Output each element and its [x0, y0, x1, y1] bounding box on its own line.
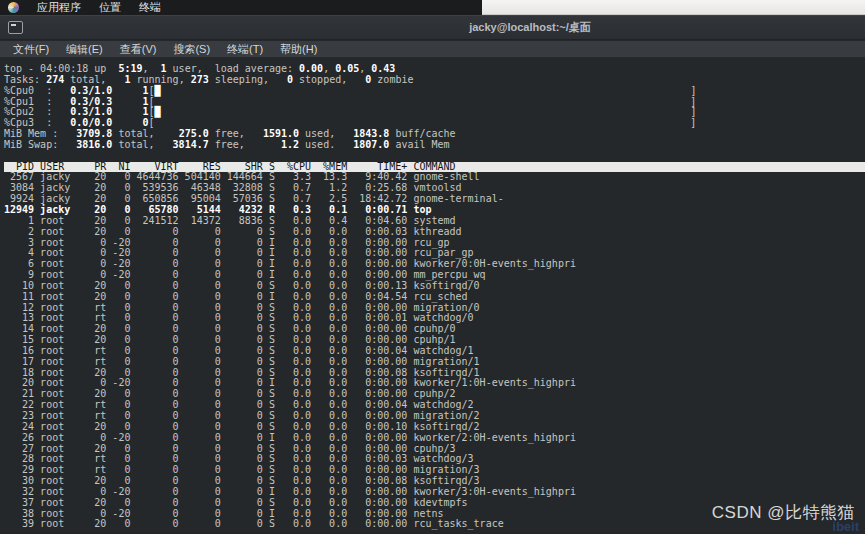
window-title: jacky@localhost:~/桌面: [469, 20, 591, 35]
watermark: CSDN @比特熊猫: [712, 501, 855, 524]
terminal-window-icon[interactable]: [8, 21, 23, 34]
menu-item-search[interactable]: 搜索(S): [173, 41, 210, 58]
process-row: 11 root 20 0 0 0 0 I 0.0 0.0 0:04.54 rcu…: [4, 292, 865, 303]
menu-item-edit[interactable]: 编辑(E): [66, 41, 103, 58]
distro-logo-icon[interactable]: [8, 2, 19, 13]
panel-menu-applications[interactable]: 应用程序: [37, 0, 81, 15]
menu-item-help[interactable]: 帮助(H): [280, 41, 317, 58]
summary-line: MiB Swap: 3816.0 total, 3814.7 free, 1.2…: [4, 140, 865, 151]
panel-menu-terminal[interactable]: 终端: [139, 0, 161, 15]
process-row: 26 root 0 -20 0 0 0 I 0.0 0.0 0:00.00 kw…: [4, 433, 865, 444]
blank-line: [4, 151, 865, 162]
desktop: 应用程序 位置 终端 jacky@localhost:~/桌面 文件(F) 编辑…: [0, 0, 865, 534]
process-row: 17 root rt 0 0 0 0 S 0.0 0.0 0:00.00 mig…: [4, 357, 865, 368]
menu-item-terminal[interactable]: 终端(T): [227, 41, 263, 58]
menu-item-file[interactable]: 文件(F): [13, 41, 49, 58]
panel-menu-places[interactable]: 位置: [99, 0, 121, 15]
window-titlebar[interactable]: jacky@localhost:~/桌面: [0, 15, 865, 40]
terminal-screen[interactable]: top - 04:00:18 up 5:19, 1 user, load ave…: [0, 59, 865, 534]
panel-light-area: [482, 0, 865, 15]
menu-item-view[interactable]: 查看(V): [120, 41, 157, 58]
terminal-menubar: 文件(F) 编辑(E) 查看(V) 搜索(S) 终端(T) 帮助(H): [0, 41, 865, 58]
process-row: 2 root 20 0 0 0 0 S 0.0 0.0 0:00.03 kthr…: [4, 227, 865, 238]
